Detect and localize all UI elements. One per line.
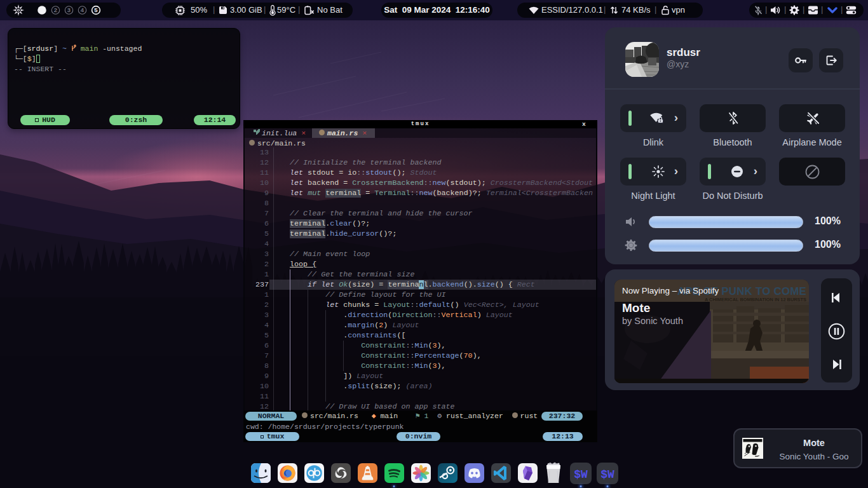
svg-text:5: 5 bbox=[94, 6, 98, 13]
svg-text:2: 2 bbox=[54, 6, 57, 13]
svg-text:4: 4 bbox=[81, 6, 85, 13]
svg-text:3: 3 bbox=[67, 6, 71, 13]
svg-text:$W: $W bbox=[574, 468, 588, 481]
svg-text:$W: $W bbox=[600, 468, 614, 481]
